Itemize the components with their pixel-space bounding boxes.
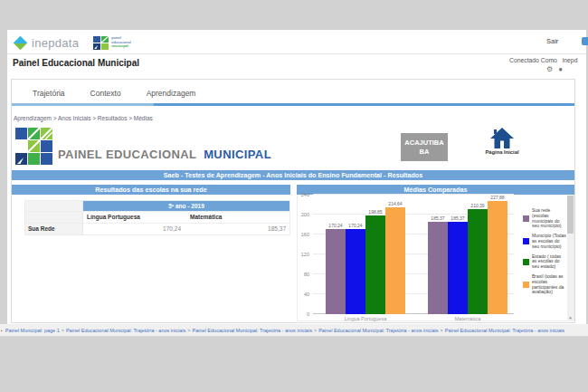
inepdata-brand: inepdata painel educacional municipal xyxy=(13,34,131,51)
bar-value-label: 210,39 xyxy=(470,203,484,208)
legend-swatch xyxy=(523,259,529,265)
mini-logo-line: municipal xyxy=(111,44,130,49)
table-col-lingua-portuguesa: Língua Portuguesa xyxy=(83,212,186,223)
left-panel-header: Resultados das escolas na sua rede xyxy=(12,185,290,195)
table-year-header: 5º ano - 2019 xyxy=(83,201,289,211)
municipality-name: ACAJUTIBA xyxy=(404,139,443,148)
painel-mini-logo-text: painel educacional municipal xyxy=(111,36,130,49)
connected-user: inepd xyxy=(563,57,578,63)
chart-bar[interactable]: 185,37 xyxy=(448,222,468,314)
table-empty-cell xyxy=(25,212,83,223)
breadcrumb: Aprendizagem > Anos Iniciais > Resultado… xyxy=(14,115,153,121)
table-value-mt: 185,37 xyxy=(186,224,289,234)
y-tick-label: 80 xyxy=(291,272,309,277)
municipality-uf: BA xyxy=(420,148,430,157)
saeb-banner: Saeb - Testes de Aprendizagem - Anos Ini… xyxy=(12,170,574,180)
footer-link[interactable]: Painel Educacional Municipal: Trajetória… xyxy=(66,328,185,333)
chart-bar[interactable]: 170,24 xyxy=(326,229,346,314)
footer-link[interactable]: Painel Municipal: page 1 xyxy=(5,328,60,333)
painel-mini-mosaic-icon xyxy=(93,36,109,50)
legend-swatch xyxy=(523,215,529,222)
tab-underline-active xyxy=(12,103,154,106)
scrollbar[interactable]: ▼ xyxy=(567,196,574,321)
table-row: Sua Rede 170,24 185,37 xyxy=(25,223,289,234)
home-label: Página Inicial xyxy=(482,149,522,155)
hero-title-blue: MUNICIPAL xyxy=(204,148,271,161)
y-tick-label: 120 xyxy=(291,252,309,257)
table-columns-row: Língua Portuguesa Matemática xyxy=(25,211,289,223)
tab-bar: Trajetória Contexto Aprendizagem xyxy=(33,89,195,98)
tab-underline xyxy=(154,103,574,106)
x-axis-label: Língua Portuguesa xyxy=(324,316,407,321)
footer-link[interactable]: Painel Educacional Municipal: Trajetória… xyxy=(318,328,438,333)
y-tick-label: 200 xyxy=(291,212,309,217)
legend-swatch xyxy=(523,282,529,288)
home-icon xyxy=(490,128,514,148)
inepdata-diamond-icon xyxy=(14,35,28,50)
scrollbar-thumb[interactable] xyxy=(567,196,574,234)
tab-trajetoria[interactable]: Trajetória xyxy=(33,89,65,98)
footer-links: Painel Municipal: page 1>Painel Educacio… xyxy=(4,328,566,333)
logout-link[interactable]: Sair xyxy=(546,37,558,45)
bar-chart-plot: 04080120160200240170,24170,24198,85214,6… xyxy=(313,195,514,314)
legend-label: Brasil (todas as escolas participantes d… xyxy=(532,274,566,295)
y-tick-label: 160 xyxy=(291,232,309,237)
header-icons: ⚙ ● xyxy=(546,65,563,73)
y-tick-label: 40 xyxy=(291,292,309,297)
painel-mini-logo: painel educacional municipal xyxy=(93,36,130,50)
table-year-row: 5º ano - 2019 xyxy=(25,201,289,211)
legend-item: Estado ( todas as escolas do seu estado) xyxy=(523,254,566,270)
bar-group: 185,37185,37210,39227,88 xyxy=(428,201,507,314)
table-corner-cell xyxy=(25,201,83,211)
legend-item: Município (Todas as escolas do seu munic… xyxy=(523,234,566,249)
bar-group: 170,24170,24198,85214,64 xyxy=(326,207,405,314)
footer-separator: > xyxy=(441,328,443,333)
scrollbar-down-arrow-icon[interactable]: ▼ xyxy=(567,315,574,321)
results-table: 5º ano - 2019 Língua Portuguesa Matemáti… xyxy=(24,200,290,235)
chart-bar[interactable]: 198,85 xyxy=(365,215,385,314)
footer-separator: > xyxy=(62,328,64,333)
bar-value-label: 185,37 xyxy=(450,215,464,221)
legend-item: Brasil (todas as escolas participantes d… xyxy=(523,274,566,295)
inepdata-logotype: inepdata xyxy=(32,36,79,50)
header-divider xyxy=(7,53,586,54)
user-icon[interactable]: ● xyxy=(558,65,563,73)
legend-label: Sua rede (escolas municipais do seu muni… xyxy=(532,208,566,229)
screen: inepdata painel educacional municipal Sa… xyxy=(0,0,588,392)
chart-bar[interactable]: 214,64 xyxy=(385,207,405,314)
hero-title-gray: PAINEL EDUCACIONAL xyxy=(58,148,196,161)
footer-separator: > xyxy=(187,328,190,333)
footer-link[interactable]: Painel Educacional Municipal: Trajetória… xyxy=(193,328,312,333)
legend-label: Estado ( todas as escolas do seu estado) xyxy=(532,254,566,270)
table-value-lp: 170,24 xyxy=(83,224,186,234)
chart-bar[interactable]: 210,39 xyxy=(468,209,488,314)
legend-label: Município (Todas as escolas do seu munic… xyxy=(532,234,566,249)
painel-mosaic-icon xyxy=(15,128,55,166)
footer-pagination: ▪ Painel Municipal: page 1>Painel Educac… xyxy=(0,324,588,337)
connected-label: Conectado Como xyxy=(509,57,557,63)
chart-bar[interactable]: 185,37 xyxy=(428,222,448,314)
painel-logo xyxy=(15,128,55,169)
bar-value-label: 185,37 xyxy=(431,215,444,221)
home-button[interactable]: Página Inicial xyxy=(482,128,522,155)
x-axis-label: Matemática xyxy=(426,316,509,321)
table-col-matematica: Matemática xyxy=(186,212,289,223)
tab-contexto[interactable]: Contexto xyxy=(90,89,121,98)
gridline xyxy=(313,194,514,195)
hero-title: PAINEL EDUCACIONAL MUNICIPAL xyxy=(58,148,271,161)
chart-bar[interactable]: 227,88 xyxy=(488,201,507,314)
gear-icon[interactable]: ⚙ xyxy=(546,65,553,73)
logout-icon[interactable] xyxy=(582,37,588,45)
footer-link[interactable]: Painel Educacional Municipal: Trajetória… xyxy=(445,328,564,333)
tab-aprendizagem[interactable]: Aprendizagem xyxy=(147,89,196,98)
chart-bar[interactable]: 170,24 xyxy=(346,229,365,314)
bar-value-label: 198,85 xyxy=(368,209,382,215)
bar-value-label: 170,24 xyxy=(348,223,362,228)
bar-value-label: 170,24 xyxy=(328,223,342,228)
y-tick-label: 240 xyxy=(291,192,309,197)
bar-value-label: 214,64 xyxy=(388,201,402,206)
municipality-button[interactable]: ACAJUTIBA BA xyxy=(401,133,448,161)
connected-status: Conectado Como inepd xyxy=(509,57,577,63)
table-row-label: Sua Rede xyxy=(25,224,83,234)
page-title: Painel Educacional Municipal xyxy=(13,58,139,68)
